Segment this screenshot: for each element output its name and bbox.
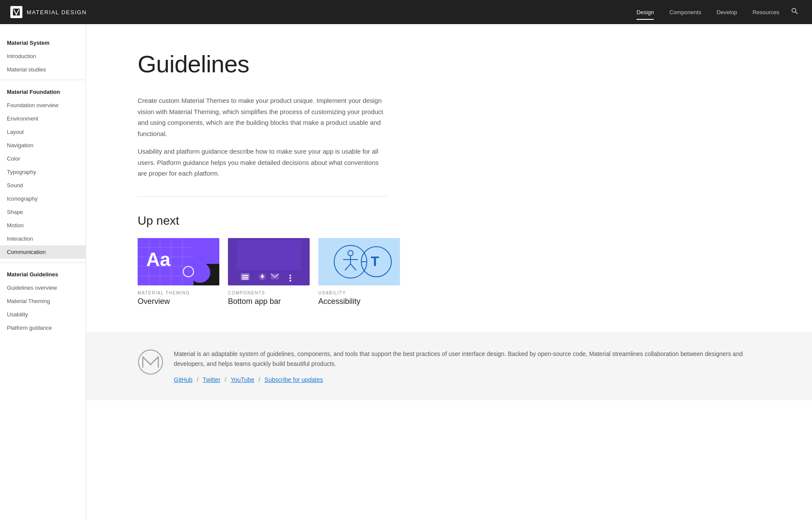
sidebar-item-layout[interactable]: Layout xyxy=(0,125,86,139)
footer-text-block: Material is an adaptable system of guide… xyxy=(174,349,760,384)
nav-develop[interactable]: Develop xyxy=(710,6,744,18)
cards-row: Aa MATERIAL THEMING Overview xyxy=(138,238,778,306)
main-content: Guidelines Create custom Material Themes… xyxy=(86,24,812,426)
nav-links: Design Components Develop Resources xyxy=(630,4,802,20)
footer-link-twitter[interactable]: Twitter xyxy=(203,376,220,383)
card-usability-category: USABILITY xyxy=(318,291,400,295)
sidebar-item-material-studies[interactable]: Material studies xyxy=(0,63,86,76)
sidebar-item-introduction[interactable]: Introduction xyxy=(0,50,86,63)
svg-rect-19 xyxy=(242,277,248,278)
svg-rect-22 xyxy=(261,277,263,278)
sidebar-item-platform-guidance[interactable]: Platform guidance xyxy=(0,321,86,334)
svg-rect-27 xyxy=(318,238,400,285)
intro-paragraph-1: Create custom Material Themes to make yo… xyxy=(138,95,387,139)
card-components-image xyxy=(228,238,310,285)
card-theming[interactable]: Aa MATERIAL THEMING Overview xyxy=(138,238,219,306)
sidebar-item-material-theming[interactable]: Material Theming xyxy=(0,294,86,308)
svg-point-37 xyxy=(138,350,163,374)
card-usability-image: T xyxy=(318,238,400,285)
sidebar-item-iconography[interactable]: Iconography xyxy=(0,192,86,205)
top-navigation: MATERIAL DESIGN Design Components Develo… xyxy=(0,0,812,24)
sidebar-divider-1 xyxy=(0,80,86,80)
footer-link-github[interactable]: GitHub xyxy=(174,376,193,383)
svg-rect-18 xyxy=(242,275,248,276)
svg-point-25 xyxy=(289,277,291,279)
footer-sep-2: / xyxy=(225,376,228,383)
sidebar-section-material-guidelines: Material Guidelines Guidelines overview … xyxy=(0,266,86,334)
footer-description: Material is an adaptable system of guide… xyxy=(174,349,760,370)
logo[interactable]: MATERIAL DESIGN xyxy=(10,6,87,18)
sidebar-section-title-material-foundation: Material Foundation xyxy=(0,84,86,99)
intro-paragraph-2: Usability and platform guidance describe… xyxy=(138,146,387,179)
sidebar-divider-2 xyxy=(0,262,86,263)
page-layout: Material System Introduction Material st… xyxy=(0,24,812,426)
footer-section: Material is an adaptable system of guide… xyxy=(86,332,812,401)
sidebar-item-typography[interactable]: Typography xyxy=(0,165,86,179)
up-next-heading: Up next xyxy=(138,214,778,228)
sidebar-item-navigation[interactable]: Navigation xyxy=(0,139,86,152)
section-divider xyxy=(138,196,387,197)
sidebar-item-motion[interactable]: Motion xyxy=(0,219,86,232)
footer-sep-1: / xyxy=(197,376,200,383)
nav-components[interactable]: Components xyxy=(662,6,708,18)
sidebar-section-material-system: Material System Introduction Material st… xyxy=(0,34,86,76)
svg-text:T: T xyxy=(371,254,379,269)
search-icon[interactable] xyxy=(788,4,802,20)
nav-design[interactable]: Design xyxy=(630,6,661,18)
footer-link-subscribe[interactable]: Subscribe for updates xyxy=(265,376,323,383)
sidebar-section-title-material-system: Material System xyxy=(0,34,86,50)
footer-link-youtube[interactable]: YouTube xyxy=(231,376,254,383)
card-theming-name: Overview xyxy=(138,297,219,306)
sidebar-section-material-foundation: Material Foundation Foundation overview … xyxy=(0,84,86,259)
logo-text: MATERIAL DESIGN xyxy=(27,9,87,15)
page-title: Guidelines xyxy=(138,50,778,78)
sidebar-item-color[interactable]: Color xyxy=(0,152,86,165)
card-components-category: COMPONENTS xyxy=(228,291,310,295)
card-theming-category: MATERIAL THEMING xyxy=(138,291,219,295)
card-usability[interactable]: T USABILITY Accessibility xyxy=(318,238,400,306)
logo-icon xyxy=(10,6,22,18)
footer-logo xyxy=(138,349,163,375)
footer-sep-3: / xyxy=(258,376,262,383)
nav-resources[interactable]: Resources xyxy=(746,6,786,18)
footer-links: GitHub / Twitter / YouTube / Subscribe f… xyxy=(174,376,760,383)
sidebar-item-interaction[interactable]: Interaction xyxy=(0,232,86,245)
card-components-name: Bottom app bar xyxy=(228,297,310,306)
svg-point-12 xyxy=(190,262,210,283)
sidebar-item-sound[interactable]: Sound xyxy=(0,179,86,192)
sidebar-item-environment[interactable]: Environment xyxy=(0,112,86,125)
sidebar-item-usability[interactable]: Usability xyxy=(0,308,86,321)
sidebar-item-shape[interactable]: Shape xyxy=(0,205,86,219)
svg-point-26 xyxy=(289,280,291,282)
svg-point-24 xyxy=(289,275,291,276)
sidebar-section-title-material-guidelines: Material Guidelines xyxy=(0,266,86,281)
svg-rect-20 xyxy=(242,279,248,279)
sidebar-item-communication[interactable]: Communication xyxy=(0,245,86,259)
sidebar-item-guidelines-overview[interactable]: Guidelines overview xyxy=(0,281,86,294)
card-components[interactable]: COMPONENTS Bottom app bar xyxy=(228,238,310,306)
card-theming-image: Aa xyxy=(138,238,219,285)
card-usability-name: Accessibility xyxy=(318,297,400,306)
sidebar-item-foundation-overview[interactable]: Foundation overview xyxy=(0,99,86,112)
svg-text:Aa: Aa xyxy=(146,249,171,270)
sidebar: Material System Introduction Material st… xyxy=(0,24,86,426)
